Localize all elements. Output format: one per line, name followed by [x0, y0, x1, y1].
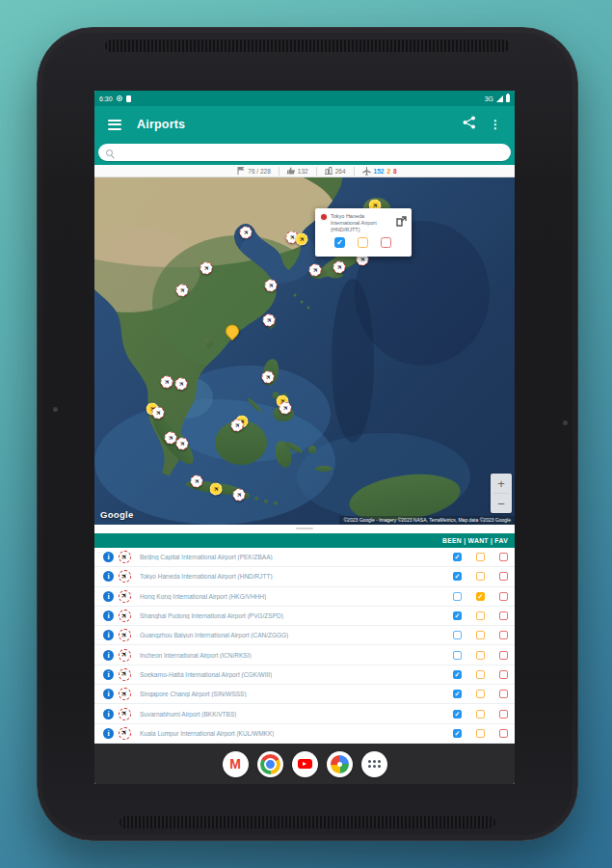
stat-flights[interactable]: 152 2 8: [355, 167, 405, 176]
external-link-icon[interactable]: [396, 213, 407, 233]
airport-row[interactable]: i ✈ Soekarno-Hatta International Airport…: [94, 665, 515, 685]
fav-checkbox[interactable]: [499, 710, 508, 719]
fav-checkbox[interactable]: [499, 611, 508, 620]
airport-marker[interactable]: ✈: [263, 314, 276, 327]
airport-marker-icon[interactable]: ✈: [119, 610, 131, 622]
map-view[interactable]: ✈✈✈✈✈✈✈✈✈✈✈✈✈✈✈✈✈✈✈✈✈✈✈✈✈ Tokyo Haneda I…: [94, 177, 515, 525]
airport-marker[interactable]: ✈: [176, 438, 189, 450]
airport-marker[interactable]: ✈: [262, 371, 275, 384]
airport-marker[interactable]: ✈: [296, 233, 308, 246]
share-icon[interactable]: [463, 116, 476, 133]
popup-been-checkbox[interactable]: [334, 237, 345, 248]
info-icon[interactable]: i: [103, 728, 114, 739]
zoom-in-button[interactable]: +: [491, 474, 512, 493]
want-checkbox[interactable]: [476, 631, 485, 639]
info-icon[interactable]: i: [103, 591, 114, 602]
want-checkbox[interactable]: [476, 729, 485, 738]
fav-checkbox[interactable]: [499, 651, 508, 660]
airport-info-popup[interactable]: Tokyo Haneda International Airport (HND/…: [315, 208, 412, 257]
airport-marker-icon[interactable]: ✈: [119, 688, 131, 700]
airport-marker[interactable]: ✈: [233, 489, 246, 502]
airport-marker[interactable]: ✈: [309, 264, 322, 277]
airport-row[interactable]: i ✈ Incheon International Airport (ICN/R…: [94, 645, 515, 665]
airport-marker[interactable]: ✈: [240, 227, 253, 239]
airport-marker-icon[interactable]: ✈: [119, 708, 131, 720]
airport-row[interactable]: i ✈ Tokyo Haneda International Airport (…: [94, 567, 515, 586]
menu-icon[interactable]: [108, 120, 121, 130]
info-icon[interactable]: i: [103, 571, 114, 582]
info-icon[interactable]: i: [103, 650, 114, 661]
want-checkbox[interactable]: [476, 553, 485, 561]
been-checkbox[interactable]: [453, 592, 462, 601]
airport-marker[interactable]: ✈: [265, 280, 278, 292]
want-checkbox[interactable]: [476, 690, 485, 698]
want-checkbox[interactable]: [476, 572, 485, 581]
airport-marker-icon[interactable]: ✈: [119, 570, 131, 583]
chrome-icon[interactable]: [257, 751, 283, 777]
airport-row[interactable]: i ✈ Beijing Capital International Airpor…: [94, 548, 515, 567]
airport-row[interactable]: i ✈ Hong Kong International Airport (HKG…: [94, 587, 515, 607]
panel-drag-handle[interactable]: [94, 525, 515, 533]
been-checkbox[interactable]: [453, 631, 462, 639]
been-checkbox[interactable]: [453, 670, 462, 679]
want-checkbox[interactable]: [476, 592, 485, 601]
overflow-menu-icon[interactable]: ⋮: [490, 120, 501, 129]
been-checkbox[interactable]: [453, 553, 462, 561]
fav-checkbox[interactable]: [499, 670, 508, 679]
popup-want-checkbox[interactable]: [358, 237, 368, 248]
info-icon[interactable]: i: [103, 552, 114, 562]
airport-marker-icon[interactable]: ✈: [119, 629, 131, 641]
airport-marker-icon[interactable]: ✈: [119, 649, 131, 662]
popup-fav-checkbox[interactable]: [381, 237, 391, 248]
fav-checkbox[interactable]: [499, 631, 508, 639]
fav-checkbox[interactable]: [499, 553, 508, 561]
airport-row[interactable]: i ✈ Singapore Changi Airport (SIN/WSSS): [94, 685, 515, 704]
airport-marker[interactable]: ✈: [279, 402, 292, 415]
fav-checkbox[interactable]: [499, 729, 508, 738]
been-checkbox[interactable]: [453, 611, 462, 620]
gmail-icon[interactable]: M: [223, 751, 249, 777]
fav-checkbox[interactable]: [499, 572, 508, 581]
airport-row[interactable]: i ✈ Guangzhou Baiyun International Airpo…: [94, 626, 515, 645]
airport-marker-icon[interactable]: ✈: [119, 551, 131, 563]
airport-marker[interactable]: ✈: [161, 376, 173, 389]
been-checkbox[interactable]: [453, 690, 462, 698]
info-icon[interactable]: i: [103, 630, 114, 640]
want-checkbox[interactable]: [476, 611, 485, 620]
stat-cities[interactable]: 264: [317, 167, 354, 175]
search-input[interactable]: [98, 144, 511, 161]
info-icon[interactable]: i: [103, 610, 114, 621]
been-checkbox[interactable]: [453, 729, 462, 738]
airport-marker[interactable]: ✈: [191, 475, 203, 488]
airport-marker[interactable]: ✈: [231, 420, 244, 432]
airport-marker[interactable]: ✈: [200, 262, 213, 275]
airport-row[interactable]: i ✈ Kuala Lumpur International Airport (…: [94, 724, 515, 744]
airport-marker[interactable]: ✈: [333, 261, 346, 274]
fav-checkbox[interactable]: [499, 592, 508, 601]
fav-checkbox[interactable]: [499, 690, 508, 698]
info-icon[interactable]: i: [103, 669, 114, 680]
youtube-icon[interactable]: [292, 751, 318, 777]
info-icon[interactable]: i: [103, 689, 114, 699]
been-checkbox[interactable]: [453, 572, 462, 581]
been-checkbox[interactable]: [453, 710, 462, 719]
info-icon[interactable]: i: [103, 709, 114, 719]
been-checkbox[interactable]: [453, 651, 462, 660]
photos-icon[interactable]: [327, 751, 353, 777]
airport-marker-icon[interactable]: ✈: [119, 590, 131, 603]
stat-countries[interactable]: 76 / 228: [229, 167, 279, 175]
airport-row[interactable]: i ✈ Suvarnabhumi Airport (BKK/VTBS): [94, 704, 515, 723]
want-checkbox[interactable]: [476, 670, 485, 679]
airport-row[interactable]: i ✈ Shanghai Pudong International Airpor…: [94, 607, 515, 626]
airport-marker[interactable]: ✈: [152, 407, 165, 420]
airport-marker[interactable]: ✈: [210, 483, 223, 496]
stat-likes[interactable]: 132: [279, 167, 316, 175]
want-checkbox[interactable]: [476, 710, 485, 719]
airport-marker[interactable]: ✈: [176, 285, 189, 297]
airport-marker-icon[interactable]: ✈: [119, 727, 131, 740]
app-drawer-icon[interactable]: [361, 751, 387, 777]
airport-marker-icon[interactable]: ✈: [119, 668, 131, 681]
zoom-out-button[interactable]: −: [491, 494, 512, 513]
airport-marker[interactable]: ✈: [175, 378, 188, 391]
want-checkbox[interactable]: [476, 651, 485, 660]
